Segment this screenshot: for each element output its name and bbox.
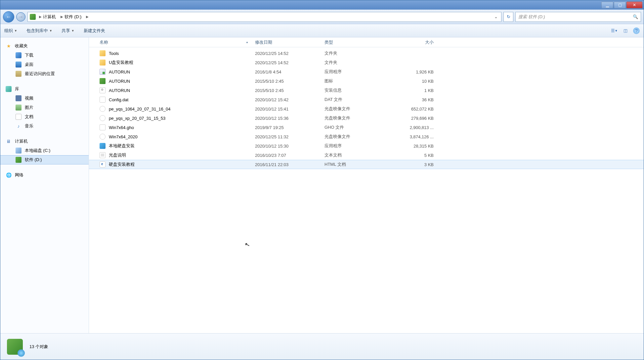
file-list[interactable]: Tools2020/12/25 14:52文件夹U盘安装教程2020/12/25… — [89, 47, 644, 169]
search-placeholder: 搜索 软件 (D:) — [518, 14, 545, 20]
file-name: Tools — [109, 51, 119, 56]
file-type: 光盘映像文件 — [321, 115, 391, 121]
maximize-button[interactable]: ▢ — [614, 2, 626, 8]
sidebar-libraries[interactable]: 库 — [0, 84, 89, 94]
view-button[interactable]: ☰ ▼ — [611, 27, 618, 34]
file-row[interactable]: 光盘说明2016/10/23 7:07文本文档5 KB — [89, 151, 644, 160]
file-row[interactable]: Win7x64_20202020/12/25 11:32光盘映像文件3,874,… — [89, 132, 644, 141]
newfolder-label: 新建文件夹 — [84, 28, 105, 34]
file-date: 2016/10/23 7:07 — [252, 153, 321, 158]
sidebar-item-videos[interactable]: 视频 — [0, 94, 89, 103]
forward-button[interactable]: → — [16, 12, 25, 22]
file-type: 光盘映像文件 — [321, 134, 391, 140]
file-type: 光盘映像文件 — [321, 106, 391, 112]
sidebar-item-label: 本地磁盘 (C:) — [25, 148, 50, 154]
file-row[interactable]: 硬盘安装教程2016/11/21 22:03HTML 文档3 KB — [89, 160, 644, 169]
file-name: AUTORUN — [109, 69, 130, 74]
sidebar-favorites[interactable]: ★ 收藏夹 — [0, 41, 89, 51]
sidebar-computer[interactable]: 🖥 计算机 — [0, 137, 89, 146]
column-type[interactable]: 类型 — [321, 39, 391, 45]
folder-icon — [16, 52, 21, 58]
share-button[interactable]: 共享 ▼ — [62, 28, 74, 34]
file-row[interactable]: pe_yqs_1064_20_07_31_16_042020/10/12 15:… — [89, 104, 644, 113]
file-row[interactable]: 本地硬盘安装2020/10/12 15:30应用程序28,315 KB — [89, 141, 644, 151]
sort-asc-icon: ▲ — [246, 41, 248, 44]
computer-icon: 🖥 — [6, 138, 12, 144]
sidebar-item-desktop[interactable]: 桌面 — [0, 60, 89, 69]
organize-button[interactable]: 组织 ▼ — [4, 28, 17, 34]
back-button[interactable]: ← — [3, 11, 14, 22]
column-label: 修改日期 — [255, 39, 272, 45]
file-name: Config.dat — [109, 97, 128, 102]
file-size: 279,696 KB — [391, 116, 437, 121]
file-name: U盘安装教程 — [109, 60, 133, 66]
sidebar-item-drive-d[interactable]: 软件 (D:) — [0, 155, 89, 164]
sidebar-label: 库 — [15, 86, 19, 92]
file-type: HTML 文档 — [321, 161, 391, 167]
file-row[interactable]: Tools2020/12/25 14:52文件夹 — [89, 49, 644, 58]
music-icon: ♪ — [16, 123, 21, 129]
sidebar-item-recent[interactable]: 最近访问的位置 — [0, 69, 89, 78]
include-library-button[interactable]: 包含到库中 ▼ — [26, 28, 52, 34]
address-bar[interactable]: ▶ 计算机 ▶ 软件 (D:) ▶ ⌄ — [27, 12, 501, 22]
file-row[interactable]: Config.dat2020/10/12 15:42DAT 文件36 KB — [89, 95, 644, 104]
file-type: 应用程序 — [321, 143, 391, 149]
file-size: 652,072 KB — [391, 107, 437, 112]
star-icon: ★ — [6, 43, 12, 49]
file-row[interactable]: AUTORUN2016/1/8 4:54应用程序1,926 KB — [89, 67, 644, 76]
minimize-button[interactable]: ▁ — [601, 2, 613, 8]
column-size[interactable]: 大小 — [391, 39, 437, 45]
sidebar-network[interactable]: 🌐 网络 — [0, 170, 89, 180]
sidebar-item-drive-c[interactable]: 本地磁盘 (C:) — [0, 146, 89, 155]
file-size: 28,315 KB — [391, 144, 437, 149]
breadcrumb-tail[interactable]: ▶ — [85, 14, 90, 19]
preview-pane-button[interactable]: ◫ — [622, 27, 629, 34]
sidebar-item-pictures[interactable]: 图片 — [0, 103, 89, 112]
sidebar-item-documents[interactable]: 文档 — [0, 112, 89, 121]
sidebar-item-downloads[interactable]: 下载 — [0, 51, 89, 60]
breadcrumb-drive[interactable]: ▶ 软件 (D:) — [59, 13, 83, 21]
organize-label: 组织 — [4, 28, 13, 34]
file-row[interactable]: AUTORUN2015/5/10 2:45图标10 KB — [89, 76, 644, 86]
search-input[interactable]: 搜索 软件 (D:) 🔍 — [515, 12, 641, 22]
sidebar-item-label: 桌面 — [25, 62, 33, 68]
sidebar-item-music[interactable]: ♪ 音乐 — [0, 121, 89, 131]
file-date: 2020/12/25 11:32 — [252, 134, 321, 139]
close-button[interactable]: ✕ — [626, 2, 642, 8]
file-row[interactable]: pe_yqs_xp_20_07_31_15_532020/10/12 15:36… — [89, 113, 644, 123]
column-name[interactable]: 名称 ▲ — [96, 39, 252, 45]
file-date: 2016/1/8 4:54 — [252, 69, 321, 74]
file-name: 光盘说明 — [109, 152, 126, 158]
column-date[interactable]: 修改日期 — [252, 39, 321, 45]
sidebar-label: 计算机 — [15, 138, 28, 144]
file-name: pe_yqs_1064_20_07_31_16_04 — [109, 107, 171, 112]
sidebar-item-label: 最近访问的位置 — [25, 71, 55, 77]
file-type: 文本文档 — [321, 152, 391, 158]
breadcrumb-computer[interactable]: ▶ 计算机 — [38, 13, 57, 21]
library-icon — [6, 86, 12, 92]
file-size: 10 KB — [391, 79, 437, 84]
address-dropdown-icon[interactable]: ⌄ — [493, 14, 499, 19]
file-name: pe_yqs_xp_20_07_31_15_53 — [109, 116, 165, 121]
search-icon: 🔍 — [633, 14, 638, 19]
folder-icon — [100, 60, 106, 66]
file-icon — [100, 97, 106, 103]
drive-icon — [16, 157, 21, 163]
txt-icon — [100, 152, 106, 158]
sidebar-item-label: 文档 — [25, 114, 33, 120]
column-headers: 名称 ▲ 修改日期 类型 大小 — [89, 37, 644, 47]
iso-icon — [100, 106, 106, 112]
drive-icon — [30, 14, 36, 20]
desktop-icon — [16, 62, 21, 68]
file-row[interactable]: AUTORUN2015/5/10 2:45安装信息1 KB — [89, 86, 644, 95]
file-size: 3,874,126 ... — [391, 134, 437, 139]
column-label: 大小 — [425, 39, 434, 45]
file-row[interactable]: U盘安装教程2020/12/25 14:52文件夹 — [89, 58, 644, 67]
new-folder-button[interactable]: 新建文件夹 — [84, 28, 105, 34]
refresh-button[interactable]: ↻ — [503, 12, 513, 22]
titlebar[interactable]: ▁ ▢ ✕ — [0, 0, 644, 10]
chevron-right-icon: ▶ — [61, 15, 63, 19]
help-button[interactable]: ? — [633, 27, 640, 34]
file-row[interactable]: Win7x64.gho2019/9/7 19:25GHO 文件2,900,813… — [89, 123, 644, 132]
explorer-window: ▁ ▢ ✕ ← → ▶ 计算机 ▶ 软件 (D:) ▶ ⌄ ↻ 搜索 软件 (D… — [0, 0, 644, 360]
